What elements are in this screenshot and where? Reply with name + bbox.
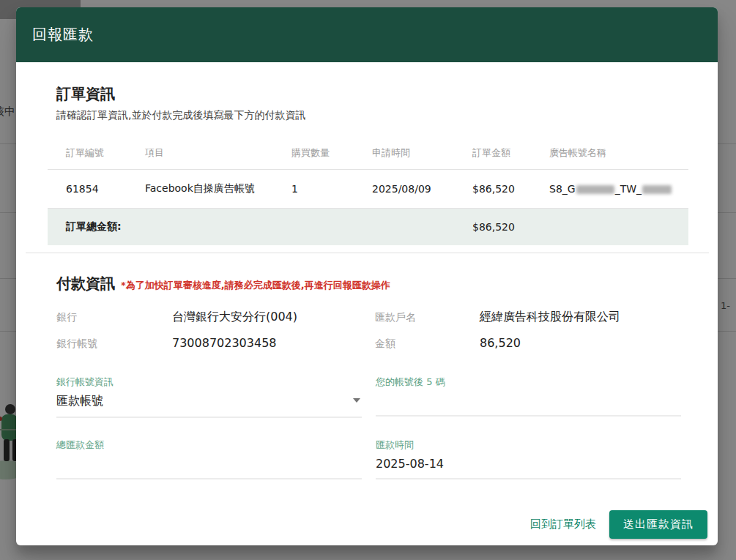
back-to-orders-button[interactable]: 回到訂單列表 (520, 510, 606, 539)
payment-warning-text: *為了加快訂單審核進度,請務必完成匯款後,再進行回報匯款操作 (121, 279, 390, 292)
ad-account-mid: _TW_ (615, 183, 642, 195)
amount-label: 金額 (375, 337, 480, 351)
redacted-text-block (642, 185, 672, 194)
order-table-row: 61854 Facebook自操廣告帳號 1 2025/08/09 $86,52… (48, 170, 688, 209)
payee-name-label: 匯款戶名 (375, 311, 480, 324)
dialog-body: 訂單資訊 請確認訂單資訊,並於付款完成後填寫最下方的付款資訊 訂單編號 項目 購… (16, 62, 718, 545)
submit-remittance-button[interactable]: 送出匯款資訊 (609, 510, 707, 539)
remit-time-input[interactable] (376, 457, 681, 478)
payee-name-value: 經緯廣告科技股份有限公司 (480, 310, 681, 325)
report-remittance-dialog: 回報匯款 訂單資訊 請確認訂單資訊,並於付款完成後填寫最下方的付款資訊 訂單編號… (16, 7, 718, 545)
account-info-field-group: 銀行帳號資訊 匯款帳號 (56, 376, 362, 418)
order-id-cell: 61854 (48, 170, 139, 209)
item-cell: Facebook自操廣告帳號 (139, 170, 286, 209)
dialog-footer: 回到訂單列表 送出匯款資訊 (16, 510, 718, 545)
ad-account-name-cell: S8_G_TW_ (543, 170, 688, 209)
section-divider (26, 253, 709, 253)
total-remit-amount-field-group: 總匯款金額 (56, 438, 362, 479)
redacted-text-block (576, 185, 614, 194)
bank-account-value: 73008702303458 (172, 336, 375, 350)
ad-account-prefix: S8_G (549, 183, 576, 195)
col-header-item: 項目 (139, 137, 286, 170)
col-header-amount: 訂單金額 (466, 137, 543, 170)
bank-value: 台灣銀行大安分行(004) (172, 310, 375, 325)
payment-info-heading: 付款資訊 (56, 274, 115, 294)
dialog-title: 回報匯款 (32, 25, 94, 45)
last5-field-group: 您的帳號後 5 碼 (376, 376, 681, 418)
amount-value: 86,520 (480, 336, 681, 350)
quantity-cell: 1 (286, 170, 366, 209)
applied-at-cell: 2025/08/09 (366, 170, 466, 209)
order-table-header-row: 訂單編號 項目 購買數量 申請時間 訂單金額 廣告帳號名稱 (48, 137, 688, 170)
total-remit-amount-field-label: 總匯款金額 (56, 438, 362, 452)
order-info-subtitle: 請確認訂單資訊,並於付款完成後填寫最下方的付款資訊 (56, 109, 718, 122)
chevron-down-icon (353, 398, 360, 403)
col-header-quantity: 購買數量 (286, 137, 366, 170)
order-info-heading: 訂單資訊 (56, 84, 718, 104)
dialog-header: 回報匯款 (16, 7, 718, 62)
total-remit-amount-input[interactable] (56, 457, 362, 478)
bank-label: 銀行 (56, 311, 172, 324)
account-info-selected-value: 匯款帳號 (56, 394, 103, 417)
col-header-order-id: 訂單編號 (48, 137, 139, 170)
order-total-amount: $86,520 (466, 209, 543, 246)
payment-info-grid: 銀行 台灣銀行大安分行(004) 匯款戶名 經緯廣告科技股份有限公司 銀行帳號 … (56, 310, 681, 351)
account-info-field-label: 銀行帳號資訊 (56, 376, 362, 389)
remit-time-field-group: 匯款時間 (376, 438, 681, 479)
remit-time-field-label: 匯款時間 (376, 438, 681, 452)
col-header-applied-at: 申請時間 (366, 137, 466, 170)
bank-account-label: 銀行帳號 (56, 337, 172, 351)
amount-cell: $86,520 (466, 170, 543, 209)
last5-input[interactable] (376, 394, 681, 415)
remittance-form: 銀行帳號資訊 匯款帳號 您的帳號後 5 碼 總匯款金額 匯款時間 (56, 376, 681, 479)
order-total-label: 訂單總金額: (66, 220, 122, 232)
account-info-select[interactable]: 匯款帳號 (56, 394, 362, 418)
last5-field-label: 您的帳號後 5 碼 (376, 376, 681, 389)
order-total-row: 訂單總金額: $86,520 (48, 209, 688, 246)
col-header-ad-account-name: 廣告帳號名稱 (543, 137, 688, 170)
order-table: 訂單編號 項目 購買數量 申請時間 訂單金額 廣告帳號名稱 61854 Face… (48, 137, 688, 245)
